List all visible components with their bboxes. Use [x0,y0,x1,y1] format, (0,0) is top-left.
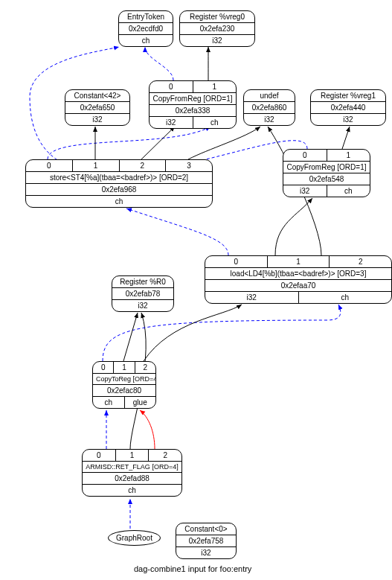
node-cfr-338: 0 1 CopyFromReg [ORD=1] 0x2efa338 i32 ch [149,80,237,129]
node-in: 1 [116,450,150,461]
node-out: i32 [244,114,295,125]
node-label: undef [244,90,295,101]
node-in: 1 [327,150,370,161]
node-in: 1 [268,256,330,267]
node-out: ch [119,35,173,46]
node-in: 2 [135,362,155,373]
node-label: load<LD4[%b](tbaa=<badref>)> [ORD=3] [205,268,391,279]
node-out: i32 [112,300,173,311]
node-addr: 0x2efa758 [176,535,236,546]
node-cfr-548: 0 1 CopyFromReg [ORD=1] 0x2efa548 i32 ch [283,149,370,197]
node-label: CopyToReg [ORD=4] [93,374,156,384]
node-in: 2 [120,160,167,171]
node-out: i32 [65,114,129,125]
node-label: Register %vreg1 [311,90,385,101]
node-in: 0 [283,150,327,161]
node-out: i32 [311,114,385,125]
node-addr: 0x2efa338 [150,105,236,116]
node-in: 1 [73,160,120,171]
node-label: store<ST4[%a](tbaa=<badref>)> [ORD=2] [26,172,212,183]
node-label: EntryToken [119,11,173,22]
node-in: 0 [205,256,268,267]
node-load-a70: 0 1 2 load<LD4[%b](tbaa=<badref>)> [ORD=… [205,255,392,304]
node-undef: undef 0x2efa860 i32 [243,89,295,126]
node-label: Register %R0 [112,276,173,287]
node-in: 0 [26,160,73,171]
node-reg-vreg0: Register %vreg0 0x2efa230 i32 [179,10,255,47]
node-label: Constant<42> [65,90,129,101]
node-in: 0 [150,81,193,92]
node-in: 0 [93,362,114,373]
node-out: ch [193,117,237,128]
node-graphroot: GraphRoot [108,530,161,546]
node-addr: 0x2efa968 [26,184,212,195]
node-out: i32 [180,35,254,46]
node-in: 1 [193,81,237,92]
node-entrytoken: EntryToken 0x2ecdfd0 ch [118,10,173,47]
node-out: ch [327,185,370,197]
node-label: CopyFromReg [ORD=1] [283,162,370,173]
node-in: 2 [330,256,391,267]
node-reg-vreg1: Register %vreg1 0x2efa440 i32 [310,89,386,126]
node-addr: 0x2efac80 [93,385,155,396]
node-const42: Constant<42> 0x2efa650 i32 [65,89,130,126]
node-out: glue [125,397,156,408]
node-addr: 0x2efaa70 [205,280,391,291]
node-out: ch [93,397,125,408]
node-out: i32 [205,292,299,303]
node-addr: 0x2efa548 [283,173,370,185]
node-store-968: 0 1 2 3 store<ST4[%a](tbaa=<badref>)> [O… [25,159,213,208]
node-in: 0 [83,450,116,461]
node-addr: 0x2efa440 [311,102,385,113]
node-out: i32 [150,117,193,128]
node-label: Register %vreg0 [180,11,254,22]
node-addr: 0x2efa860 [244,102,295,113]
node-out: ch [299,292,392,303]
node-in: 1 [114,362,135,373]
node-out: i32 [176,547,236,558]
node-in: 2 [149,450,181,461]
node-out: ch [26,196,212,207]
node-addr: 0x2efad88 [83,473,181,484]
node-label: CopyFromReg [ORD=1] [150,93,236,104]
node-reg-r0: Register %R0 0x2efab78 i32 [112,275,174,312]
node-addr: 0x2efa650 [65,102,129,113]
node-in: 3 [166,160,212,171]
node-out: i32 [283,185,327,197]
diagram-caption: dag-combine1 input for foo:entry [134,564,251,573]
node-addr: 0x2ecdfd0 [119,23,173,34]
node-const0: Constant<0> 0x2efa758 i32 [176,523,237,559]
node-ret-d88: 0 1 2 ARMISD::RET_FLAG [ORD=4] 0x2efad88… [82,449,182,497]
node-addr: 0x2efa230 [180,23,254,34]
node-ctr-c80: 0 1 2 CopyToReg [ORD=4] 0x2efac80 ch glu… [92,361,156,409]
node-out: ch [83,485,181,496]
node-label: Constant<0> [176,523,236,535]
node-addr: 0x2efab78 [112,288,173,299]
node-label: GraphRoot [116,534,152,542]
node-label: ARMISD::RET_FLAG [ORD=4] [83,462,181,472]
